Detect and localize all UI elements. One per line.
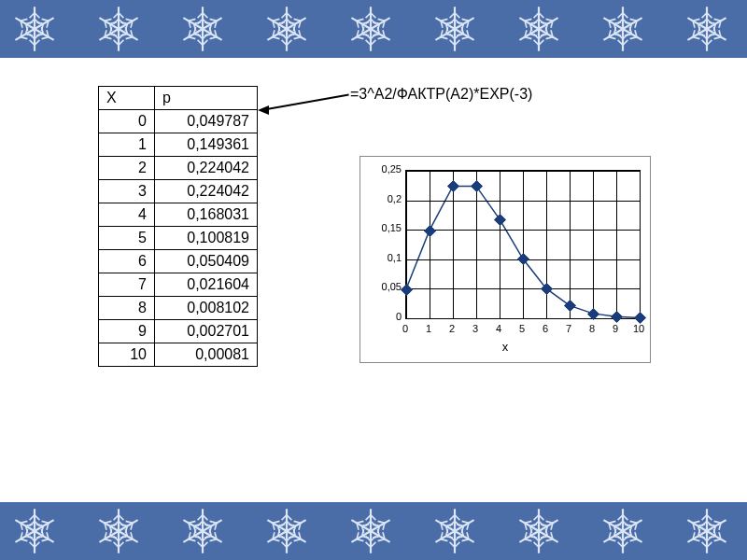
snowflake-icon bbox=[93, 506, 144, 556]
chart-gridline-v bbox=[406, 171, 407, 318]
chart-gridline-v bbox=[616, 171, 617, 318]
cell-x: 4 bbox=[99, 203, 155, 227]
snowflake-icon bbox=[598, 4, 648, 54]
cell-x: 5 bbox=[99, 227, 155, 250]
chart-x-tick-label: 6 bbox=[536, 323, 555, 334]
cell-formula: =3^A2/ФАКТР(A2)*EXP(-3) bbox=[350, 86, 532, 103]
col-header-x: X bbox=[99, 87, 155, 110]
chart-y-tick-label: 0 bbox=[364, 311, 402, 322]
snowflake-icon bbox=[430, 4, 480, 54]
chart-y-tick-label: 0,05 bbox=[364, 281, 402, 292]
snowflake-icon bbox=[345, 506, 396, 556]
snowflake-icon bbox=[514, 506, 564, 556]
table-row: 90,002701 bbox=[99, 320, 258, 343]
table-header-row: X p bbox=[99, 87, 258, 110]
cell-x: 1 bbox=[99, 133, 155, 157]
cell-p: 0,050409 bbox=[155, 250, 258, 273]
chart-x-axis-title: x bbox=[360, 340, 650, 354]
snowflake-icon bbox=[261, 506, 312, 556]
chart-x-tick-label: 8 bbox=[583, 323, 601, 334]
chart-x-tick-label: 10 bbox=[629, 323, 648, 334]
table-row: 60,050409 bbox=[99, 250, 258, 273]
col-header-p: p bbox=[155, 87, 258, 110]
cell-x: 2 bbox=[99, 157, 155, 180]
chart-x-tick-label: 3 bbox=[466, 323, 485, 334]
cell-x: 8 bbox=[99, 297, 155, 320]
table-row: 70,021604 bbox=[99, 273, 258, 297]
decorative-band-top bbox=[0, 0, 747, 58]
cell-p: 0,149361 bbox=[155, 133, 258, 157]
arrow-icon bbox=[261, 94, 349, 111]
chart-gridline-v bbox=[523, 171, 524, 318]
chart-y-tick-label: 0,15 bbox=[364, 222, 402, 233]
table-row: 30,224042 bbox=[99, 180, 258, 203]
snowflake-icon bbox=[93, 4, 144, 54]
table-row: 100,00081 bbox=[99, 343, 258, 367]
cell-x: 7 bbox=[99, 273, 155, 297]
chart-y-tick-label: 0,2 bbox=[364, 193, 402, 204]
chart-x-tick-label: 9 bbox=[606, 323, 625, 334]
snowflake-icon bbox=[430, 506, 480, 556]
cell-p: 0,224042 bbox=[155, 180, 258, 203]
chart-gridline-v bbox=[453, 171, 454, 318]
cell-x: 3 bbox=[99, 180, 155, 203]
chart-x-tick-label: 1 bbox=[419, 323, 438, 334]
chart-gridline-v bbox=[640, 171, 641, 318]
cell-p: 0,168031 bbox=[155, 203, 258, 227]
chart-x-tick-label: 4 bbox=[489, 323, 508, 334]
cell-p: 0,021604 bbox=[155, 273, 258, 297]
table-row: 80,008102 bbox=[99, 297, 258, 320]
chart-y-tick-label: 0,1 bbox=[364, 252, 402, 263]
snowflake-icon bbox=[177, 4, 228, 54]
chart-gridline-v bbox=[546, 171, 547, 318]
snowflake-icon bbox=[514, 4, 564, 54]
chart-gridline-v bbox=[430, 171, 430, 318]
snowflake-icon bbox=[9, 4, 60, 54]
chart-plot-area bbox=[405, 170, 641, 319]
table-row: 10,149361 bbox=[99, 133, 258, 157]
slide-content: X p 00,04978710,14936120,22404230,224042… bbox=[0, 58, 747, 502]
chart-x-tick-label: 0 bbox=[396, 323, 415, 334]
table-row: 40,168031 bbox=[99, 203, 258, 227]
snowflake-icon bbox=[9, 506, 60, 556]
chart-gridline-h bbox=[406, 318, 640, 319]
chart-gridline-v bbox=[593, 171, 594, 318]
decorative-band-bottom bbox=[0, 502, 747, 560]
cell-x: 10 bbox=[99, 343, 155, 367]
chart-y-tick-label: 0,25 bbox=[364, 163, 402, 175]
data-table: X p 00,04978710,14936120,22404230,224042… bbox=[98, 86, 258, 367]
table-row: 20,224042 bbox=[99, 157, 258, 180]
table-row: 50,100819 bbox=[99, 227, 258, 250]
chart-x-tick-label: 7 bbox=[559, 323, 578, 334]
snowflake-icon bbox=[177, 506, 228, 556]
snowflake-icon bbox=[682, 4, 732, 54]
snowflake-icon bbox=[261, 4, 312, 54]
snowflake-icon bbox=[345, 4, 396, 54]
cell-p: 0,049787 bbox=[155, 110, 258, 133]
cell-p: 0,100819 bbox=[155, 227, 258, 250]
cell-p: 0,008102 bbox=[155, 297, 258, 320]
chart-gridline-v bbox=[476, 171, 477, 318]
cell-p: 0,224042 bbox=[155, 157, 258, 180]
cell-p: 0,00081 bbox=[155, 343, 258, 367]
cell-x: 6 bbox=[99, 250, 155, 273]
cell-x: 9 bbox=[99, 320, 155, 343]
snowflake-icon bbox=[682, 506, 732, 556]
table-row: 00,049787 bbox=[99, 110, 258, 133]
cell-x: 0 bbox=[99, 110, 155, 133]
chart-x-tick-label: 2 bbox=[443, 323, 461, 334]
chart-gridline-v bbox=[570, 171, 571, 318]
cell-p: 0,002701 bbox=[155, 320, 258, 343]
arrow-head-icon bbox=[258, 105, 269, 115]
snowflake-icon bbox=[598, 506, 648, 556]
chart-x-tick-label: 5 bbox=[513, 323, 531, 334]
chart-gridline-v bbox=[500, 171, 500, 318]
chart: x 00,050,10,150,20,25012345678910 bbox=[359, 156, 651, 363]
